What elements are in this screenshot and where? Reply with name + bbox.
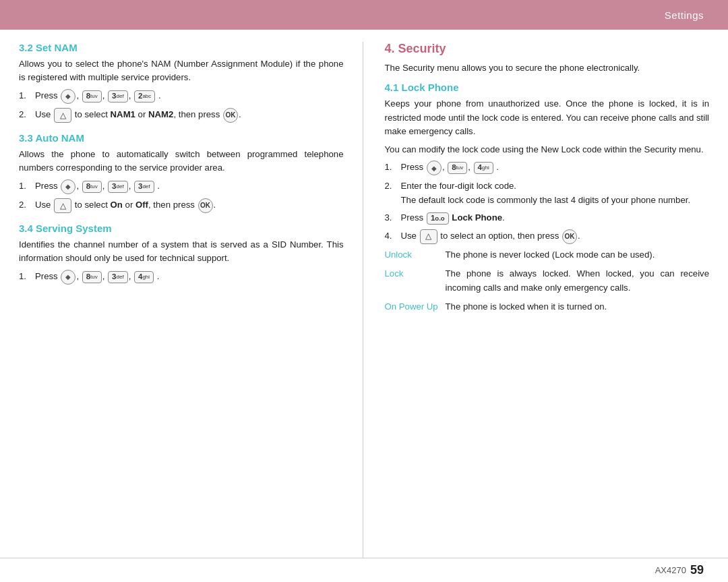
key-ok: OK — [223, 108, 238, 123]
key-8tuv-r: 8tuv — [448, 162, 467, 174]
step-num: 1. — [19, 179, 35, 193]
body-4-1-b: You can modify the lock code using the N… — [385, 143, 710, 156]
key-nav-up-down: △ — [54, 108, 71, 123]
header-title: Settings — [665, 9, 704, 21]
step-3-2-1: 1. Press ◆, 8tuv, 3def, 2abc . — [19, 89, 344, 104]
key-3def-a: 3def — [108, 90, 128, 103]
lock-phone-label: Lock Phone — [452, 212, 502, 223]
key-3def-d: 3def — [108, 271, 128, 283]
heading-3-4: 3.4 Serving System — [19, 223, 344, 234]
steps-3-3: 1. Press ◆, 8tuv, 3def, 3def . 2. Use △ … — [19, 179, 344, 213]
step-content: Press ◆, 8tuv, 4ghi . — [401, 161, 710, 175]
step-num: 3. — [385, 211, 401, 225]
step-4-1-4: 4. Use △ to select an option, then press… — [385, 229, 710, 244]
option-lock-desc: The phone is always locked. When locked,… — [446, 267, 710, 295]
step-num: 1. — [19, 270, 35, 283]
step-content: Enter the four-digit lock code. The defa… — [401, 179, 710, 207]
step-4-1-1: 1. Press ◆, 8tuv, 4ghi . — [385, 161, 710, 175]
step-content: Press ◆, 8tuv, 3def, 2abc . — [35, 89, 344, 104]
body-3-3: Allows the phone to automatically switch… — [19, 148, 344, 175]
key-nav-r: △ — [420, 229, 437, 244]
step-content: Use △ to select an option, then press OK… — [401, 229, 710, 244]
key-3def-c: 3def — [134, 181, 154, 193]
section-3-4: 3.4 Serving System Identifies the channe… — [19, 223, 344, 285]
options-list: Unlock The phone is never locked (Lock m… — [385, 248, 710, 314]
option-lock-label: Lock — [385, 267, 446, 281]
step-3-4-1: 1. Press ◆, 8tuv, 3def, 4ghi . — [19, 270, 344, 285]
right-column: 4. Security The Security menu allows you… — [363, 42, 710, 558]
step-3-3-1: 1. Press ◆, 8tuv, 3def, 3def . — [19, 179, 344, 194]
key-1oo: 1o.o — [427, 212, 449, 225]
heading-3-3: 3.3 Auto NAM — [19, 132, 344, 144]
key-2abc: 2abc — [134, 90, 155, 103]
section-4: 4. Security The Security menu allows you… — [385, 42, 710, 75]
section-3-2: 3.2 Set NAM Allows you to select the pho… — [19, 42, 344, 123]
key-menu-icon: ◆ — [61, 179, 75, 194]
option-on-power-up: On Power Up The phone is locked when it … — [385, 300, 710, 314]
intro-4: The Security menu allows you to secure t… — [385, 61, 710, 75]
footer-model: AX4270 — [655, 565, 686, 575]
left-column: 3.2 Set NAM Allows you to select the pho… — [19, 42, 363, 558]
option-unlock: Unlock The phone is never locked (Lock m… — [385, 248, 710, 262]
key-menu-icon: ◆ — [427, 161, 442, 175]
option-unlock-label: Unlock — [385, 248, 446, 262]
steps-4-1: 1. Press ◆, 8tuv, 4ghi . 2. Enter the fo… — [385, 161, 710, 243]
footer-page: 59 — [690, 563, 704, 577]
step-4-1-2: 2. Enter the four-digit lock code. The d… — [385, 179, 710, 207]
option-lock: Lock The phone is always locked. When lo… — [385, 267, 710, 295]
key-menu-icon: ◆ — [61, 270, 75, 285]
key-4ghi-r: 4ghi — [474, 162, 493, 174]
key-4ghi-a: 4ghi — [134, 271, 154, 283]
on-label: On — [111, 200, 123, 210]
key-3def-b: 3def — [108, 181, 128, 193]
footer: AX4270 59 — [0, 558, 728, 582]
key-ok-b: OK — [198, 198, 213, 213]
section-4-1: 4.1 Lock Phone Keeps your phone from una… — [385, 82, 710, 314]
steps-3-4: 1. Press ◆, 8tuv, 3def, 4ghi . — [19, 270, 344, 285]
step-num: 1. — [19, 89, 35, 103]
step-num: 1. — [385, 161, 401, 174]
nam2-label: NAM2 — [148, 109, 173, 119]
option-on-power-up-desc: The phone is locked when it is turned on… — [446, 300, 710, 314]
key-menu-icon: ◆ — [61, 89, 75, 104]
heading-4-1: 4.1 Lock Phone — [385, 82, 710, 93]
key-8tuv-b: 8tuv — [82, 181, 102, 193]
key-nav-b: △ — [54, 198, 71, 213]
heading-3-2: 3.2 Set NAM — [19, 42, 344, 53]
step-4-1-3: 3. Press 1o.o Lock Phone. — [385, 211, 710, 225]
option-unlock-desc: The phone is never locked (Lock mode can… — [446, 248, 710, 262]
steps-3-2: 1. Press ◆, 8tuv, 3def, 2abc . 2. Use △ … — [19, 89, 344, 123]
section-3-3: 3.3 Auto NAM Allows the phone to automat… — [19, 132, 344, 213]
step-num: 2. — [385, 179, 401, 193]
step-num: 4. — [385, 229, 401, 243]
step-3-3-2: 2. Use △ to select On or Off, then press… — [19, 198, 344, 213]
body-4-1-a: Keeps your phone from unauthorized use. … — [385, 97, 710, 138]
key-8tuv-c: 8tuv — [82, 271, 102, 283]
step-content: Press ◆, 8tuv, 3def, 3def . — [35, 179, 344, 194]
step-content: Press 1o.o Lock Phone. — [401, 211, 710, 225]
option-on-power-up-label: On Power Up — [385, 300, 446, 314]
key-ok-r: OK — [562, 229, 577, 244]
body-3-2: Allows you to select the phone's NAM (Nu… — [19, 57, 344, 85]
nam1-label: NAM1 — [111, 109, 135, 119]
off-label: Off — [135, 200, 148, 210]
step-content: Use △ to select On or Off, then press OK… — [35, 198, 344, 213]
step-num: 2. — [19, 198, 35, 212]
step-3-2-2: 2. Use △ to select NAM1 or NAM2, then pr… — [19, 108, 344, 123]
main-heading-4: 4. Security — [385, 42, 710, 56]
body-3-4: Identifies the channel number of a syste… — [19, 238, 344, 266]
main-content: 3.2 Set NAM Allows you to select the pho… — [0, 30, 728, 558]
step-content: Use △ to select NAM1 or NAM2, then press… — [35, 108, 344, 123]
key-8tuv: 8tuv — [82, 90, 102, 103]
header-bar: Settings — [0, 0, 728, 30]
step-num: 2. — [19, 108, 35, 121]
step-content: Press ◆, 8tuv, 3def, 4ghi . — [35, 270, 344, 285]
